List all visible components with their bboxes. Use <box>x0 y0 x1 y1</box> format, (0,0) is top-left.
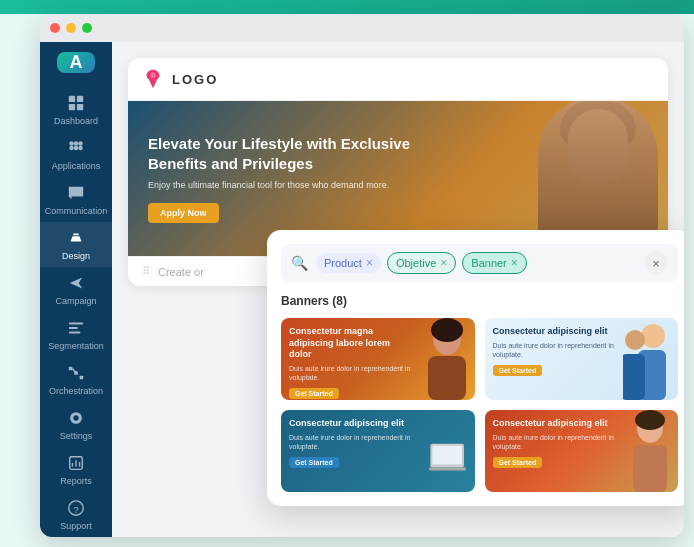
orchestrate-icon <box>66 363 86 383</box>
sidebar-label-reports: Reports <box>60 476 92 486</box>
svg-rect-2 <box>69 104 75 110</box>
svg-rect-13 <box>69 367 73 371</box>
tag-product-remove[interactable]: × <box>366 256 373 270</box>
sidebar-item-campaign[interactable]: Campaign <box>40 267 112 312</box>
svg-point-25 <box>431 318 463 342</box>
banner-card-3[interactable]: Consectetur adipiscing elit Duis aute ir… <box>281 410 475 492</box>
sidebar: A Dashboard Applications Communication <box>40 42 112 537</box>
banner-4-title: Consectetur adipiscing elit <box>493 418 616 430</box>
hero-subtitle: Enjoy the ultimate financial tool for th… <box>148 179 423 192</box>
sidebar-label-support: Support <box>60 521 92 531</box>
svg-point-6 <box>78 141 83 146</box>
logo-icon <box>142 68 164 90</box>
svg-text:?: ? <box>73 504 79 515</box>
banner-card-1[interactable]: Consectetur magna adipiscing labore lore… <box>281 318 475 400</box>
banner-3-body: Duis aute irure dolor in reprehenderit i… <box>289 433 412 451</box>
banner-4-image <box>623 410 678 492</box>
svg-point-4 <box>69 141 74 146</box>
banner-1-body: Duis aute irure dolor in reprehenderit i… <box>289 364 412 382</box>
svg-point-28 <box>625 330 645 350</box>
sidebar-item-segmentation[interactable]: Segmentation <box>40 312 112 357</box>
tag-product-label: Product <box>324 257 362 269</box>
banner-4-button[interactable]: Get Started <box>493 457 543 468</box>
sidebar-item-support[interactable]: ? Support <box>40 492 112 537</box>
svg-rect-29 <box>623 354 645 400</box>
sidebar-label-communication: Communication <box>45 206 108 216</box>
window-body: A Dashboard Applications Communication <box>40 42 684 537</box>
close-dot[interactable] <box>50 23 60 33</box>
tag-product[interactable]: Product × <box>316 253 381 273</box>
logo-text: LOGO <box>172 72 218 87</box>
sidebar-item-applications[interactable]: Applications <box>40 132 112 177</box>
svg-rect-3 <box>77 104 83 110</box>
svg-point-9 <box>78 146 83 151</box>
close-search-button[interactable]: × <box>644 251 668 275</box>
search-bar: 🔍 Product × Objetive × Banner × <box>281 244 678 282</box>
sidebar-label-dashboard: Dashboard <box>54 116 98 126</box>
banner-1-image <box>420 318 475 400</box>
app-window: A Dashboard Applications Communication <box>40 14 684 537</box>
sidebar-item-dashboard[interactable]: Dashboard <box>40 87 112 132</box>
banners-grid: Consectetur magna adipiscing labore lore… <box>281 318 678 492</box>
svg-rect-24 <box>428 356 466 400</box>
banner-2-body: Duis aute irure dolor in reprehenderit i… <box>493 341 616 359</box>
sidebar-label-settings: Settings <box>60 431 93 441</box>
banner-card-4[interactable]: Consectetur adipiscing elit Duis aute ir… <box>485 410 679 492</box>
tag-objective-label: Objetive <box>396 257 436 269</box>
svg-point-35 <box>635 410 665 430</box>
svg-rect-0 <box>69 96 75 102</box>
svg-rect-12 <box>69 332 81 334</box>
sidebar-logo: A <box>57 52 95 73</box>
tag-objective[interactable]: Objetive × <box>387 252 456 274</box>
tag-banner-remove[interactable]: × <box>511 256 518 270</box>
sidebar-item-design[interactable]: Design <box>40 222 112 267</box>
svg-rect-1 <box>77 96 83 102</box>
banner-1-button[interactable]: Get Started <box>289 388 339 399</box>
svg-point-8 <box>74 146 79 151</box>
tag-banner-label: Banner <box>471 257 506 269</box>
tags-row: Product × Objetive × Banner × <box>316 252 636 274</box>
svg-point-5 <box>74 141 79 146</box>
design-icon <box>66 228 86 248</box>
hero-text-block: Elevate Your Lifestyle with Exclusive Be… <box>148 134 423 223</box>
banner-4-text: Consectetur adipiscing elit Duis aute ir… <box>485 410 624 492</box>
sidebar-label-design: Design <box>62 251 90 261</box>
gear-icon <box>66 408 86 428</box>
banner-2-text: Consectetur adipiscing elit Duis aute ir… <box>485 318 624 400</box>
sidebar-item-settings[interactable]: Settings <box>40 402 112 447</box>
banner-3-image <box>420 410 475 492</box>
main-content: LOGO Elevate Your Lifestyle with Exclusi… <box>112 42 684 537</box>
svg-rect-15 <box>80 376 84 380</box>
banner-1-text: Consectetur magna adipiscing labore lore… <box>281 318 420 400</box>
maximize-dot[interactable] <box>82 23 92 33</box>
banner-2-button[interactable]: Get Started <box>493 365 543 376</box>
sidebar-item-reports[interactable]: Reports <box>40 447 112 492</box>
tag-banner[interactable]: Banner × <box>462 252 527 274</box>
dashboard-icon <box>66 93 86 113</box>
sidebar-label-campaign: Campaign <box>55 296 96 306</box>
svg-point-26 <box>641 324 665 348</box>
tag-objective-remove[interactable]: × <box>440 256 447 270</box>
apps-icon <box>66 138 86 158</box>
hero-title: Elevate Your Lifestyle with Exclusive Be… <box>148 134 423 173</box>
segment-icon <box>66 318 86 338</box>
svg-rect-31 <box>432 446 462 465</box>
sidebar-label-segmentation: Segmentation <box>48 341 104 351</box>
banner-1-title: Consectetur magna adipiscing labore lore… <box>289 326 412 361</box>
banner-3-button[interactable]: Get Started <box>289 457 339 468</box>
sidebar-item-communication[interactable]: Communication <box>40 177 112 222</box>
title-bar <box>40 14 684 42</box>
svg-rect-11 <box>69 327 78 329</box>
svg-line-16 <box>72 369 76 374</box>
chat-icon <box>66 183 86 203</box>
drag-handle: ⠿ <box>142 265 150 278</box>
sidebar-item-orchestration[interactable]: Orchestration <box>40 357 112 402</box>
sidebar-label-applications: Applications <box>52 161 101 171</box>
banner-2-image <box>623 318 678 400</box>
create-label: Create or <box>158 266 204 278</box>
banner-2-title: Consectetur adipiscing elit <box>493 326 616 338</box>
banner-3-title: Consectetur adipiscing elit <box>289 418 412 430</box>
apply-now-button[interactable]: Apply Now <box>148 203 219 223</box>
minimize-dot[interactable] <box>66 23 76 33</box>
banner-card-2[interactable]: Consectetur adipiscing elit Duis aute ir… <box>485 318 679 400</box>
